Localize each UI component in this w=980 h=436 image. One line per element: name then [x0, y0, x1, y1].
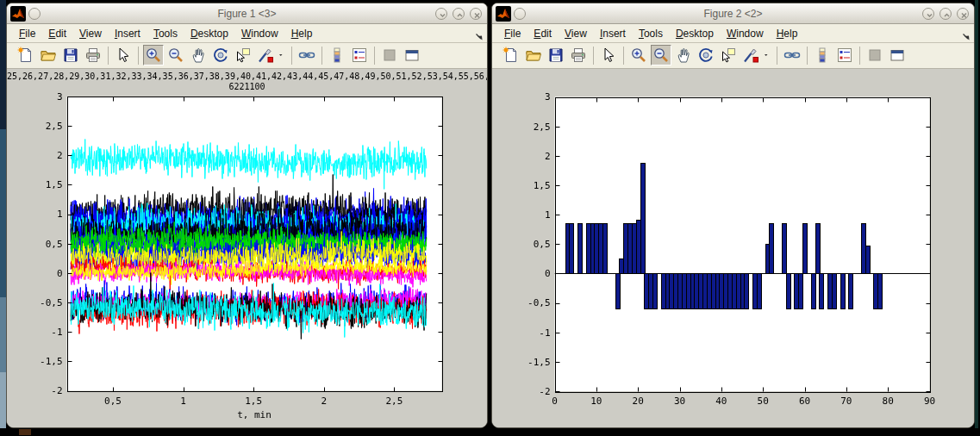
dock-figure-icon[interactable]	[887, 45, 908, 65]
pointer-icon[interactable]	[113, 45, 134, 65]
toolbar-separator	[108, 47, 109, 65]
menu-view[interactable]: View	[79, 28, 102, 40]
menubar: FileEditViewInsertToolsDesktopWindowHelp	[492, 24, 974, 43]
insert-colorbar-icon[interactable]	[812, 45, 833, 65]
new-figure-icon[interactable]	[16, 45, 36, 65]
zoom-in-icon[interactable]	[628, 45, 649, 65]
figure-canvas-area: 25,26,27,28,29,30,31,32,33,34,35,36,37,3…	[7, 69, 487, 427]
menu-insert[interactable]: Insert	[115, 28, 140, 40]
figure-canvas-area	[492, 69, 974, 427]
desktop-artifact	[19, 429, 31, 435]
figure2-window: Figure 2 <2> FileEditViewInsertToolsDesk…	[491, 3, 975, 428]
line-plot-canvas[interactable]	[7, 69, 487, 427]
toolbar	[492, 43, 974, 69]
insert-colorbar-icon[interactable]	[327, 45, 347, 65]
toolbar-separator	[138, 47, 139, 65]
print-figure-icon[interactable]	[568, 45, 589, 65]
axes-title: 25,26,27,28,29,30,31,32,33,34,35,36,37,3…	[7, 72, 487, 92]
minimize-button[interactable]	[922, 8, 934, 20]
close-button[interactable]	[470, 8, 482, 20]
open-file-icon[interactable]	[523, 45, 544, 65]
link-plot-icon[interactable]	[296, 45, 317, 65]
brush-dropdown-icon[interactable]	[763, 45, 772, 65]
menu-file[interactable]: File	[504, 28, 521, 40]
new-figure-icon[interactable]	[501, 45, 521, 65]
menu-desktop[interactable]: Desktop	[676, 28, 714, 40]
menu-file[interactable]: File	[19, 28, 35, 40]
menu-desktop[interactable]: Desktop	[190, 28, 228, 40]
rotate-3d-icon[interactable]	[210, 45, 231, 65]
zoom-out-icon[interactable]	[651, 45, 671, 65]
data-cursor-icon[interactable]	[233, 45, 253, 65]
menu-edit[interactable]: Edit	[534, 28, 552, 40]
desktop-edge-strip-right	[975, 0, 980, 428]
maximize-button[interactable]	[939, 8, 952, 20]
print-figure-icon[interactable]	[83, 45, 103, 65]
menu-help[interactable]: Help	[777, 28, 798, 40]
save-figure-icon[interactable]	[546, 45, 566, 65]
insert-legend-icon[interactable]	[834, 45, 855, 65]
titlebar[interactable]: Figure 1 <3>	[7, 3, 487, 24]
toolbar-separator	[623, 47, 624, 65]
data-cursor-icon[interactable]	[718, 45, 739, 65]
hide-plot-tools-icon[interactable]	[865, 45, 885, 65]
pointer-icon[interactable]	[598, 45, 619, 65]
pan-icon[interactable]	[673, 45, 694, 65]
menubar: FileEditViewInsertToolsDesktopWindowHelp	[7, 24, 487, 43]
menu-tools[interactable]: Tools	[639, 28, 663, 40]
toolbar-separator	[859, 47, 860, 65]
menu-window[interactable]: Window	[241, 28, 278, 40]
menu-window[interactable]: Window	[727, 28, 764, 40]
toolbar-separator	[291, 47, 292, 65]
toolbar-separator	[374, 47, 375, 65]
toolbar-separator	[593, 47, 594, 65]
window-title: Figure 1 <3>	[7, 8, 487, 20]
brush-icon[interactable]	[740, 45, 761, 65]
bar-plot-canvas[interactable]	[492, 69, 974, 427]
toolbar-separator	[777, 47, 777, 65]
figure1-window: Figure 1 <3> FileEditViewInsertToolsDesk…	[6, 3, 488, 428]
pan-icon[interactable]	[188, 45, 209, 65]
zoom-in-icon[interactable]	[143, 45, 164, 65]
open-file-icon[interactable]	[38, 45, 59, 65]
menu-insert[interactable]: Insert	[600, 28, 626, 40]
save-figure-icon[interactable]	[60, 45, 81, 65]
insert-legend-icon[interactable]	[349, 45, 370, 65]
close-button[interactable]	[957, 8, 969, 20]
minimize-button[interactable]	[435, 8, 447, 20]
menu-help[interactable]: Help	[291, 28, 313, 40]
toolbar-separator	[807, 47, 808, 65]
brush-dropdown-icon[interactable]	[278, 45, 287, 65]
brush-icon[interactable]	[255, 45, 276, 65]
dock-figure-icon[interactable]	[402, 45, 422, 65]
link-plot-icon[interactable]	[782, 45, 802, 65]
desktop-edge-strip-left	[0, 0, 6, 428]
menu-view[interactable]: View	[565, 28, 587, 40]
rotate-3d-icon[interactable]	[696, 45, 716, 65]
titlebar[interactable]: Figure 2 <2>	[492, 3, 974, 24]
maximize-button[interactable]	[453, 8, 465, 20]
toolbar	[7, 43, 487, 69]
toolbar-separator	[321, 47, 322, 65]
zoom-out-icon[interactable]	[165, 45, 186, 65]
window-title: Figure 2 <2>	[492, 8, 974, 20]
menu-edit[interactable]: Edit	[48, 28, 66, 40]
menu-tools[interactable]: Tools	[153, 28, 178, 40]
hide-plot-tools-icon[interactable]	[379, 45, 400, 65]
